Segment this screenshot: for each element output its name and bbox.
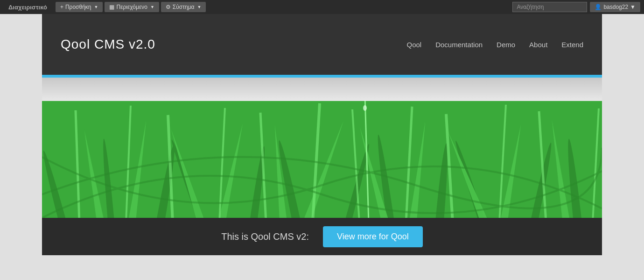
hero-svg — [42, 101, 602, 218]
site-header: Qool CMS v2.0 Qool Documentation Demo Ab… — [42, 14, 602, 75]
nav-documentation[interactable]: Documentation — [435, 38, 483, 51]
nav-qool[interactable]: Qool — [406, 38, 421, 51]
content-label: Περιεχόμενο — [116, 4, 147, 10]
user-button[interactable]: 👤 basdog22 ▼ — [590, 2, 640, 12]
content-wrapper: Qool CMS v2.0 Qool Documentation Demo Ab… — [42, 14, 602, 255]
site-logo: Qool CMS v2.0 — [61, 37, 155, 52]
cta-bar: This is Qool CMS v2: View more for Qool — [42, 218, 602, 255]
hero-image — [42, 101, 602, 218]
system-caret: ▼ — [197, 5, 202, 9]
content-icon: ▦ — [109, 4, 114, 10]
plus-icon: + — [60, 4, 63, 10]
system-label: Σύστημα — [173, 4, 195, 10]
admin-bar-right: 👤 basdog22 ▼ — [512, 2, 640, 12]
admin-brand: Διαχειριστικό — [4, 4, 52, 11]
search-input[interactable] — [512, 2, 587, 12]
admin-bar: Διαχειριστικό + Προσθήκη ▼ ▦ Περιεχόμενο… — [0, 0, 644, 14]
system-button[interactable]: ⚙ Σύστημα ▼ — [161, 2, 206, 12]
nav-extend[interactable]: Extend — [561, 38, 583, 51]
nav-demo[interactable]: Demo — [497, 38, 515, 51]
svg-point-37 — [363, 105, 367, 111]
content-caret: ▼ — [150, 5, 154, 9]
site-nav: Qool Documentation Demo About Extend — [406, 38, 583, 51]
user-icon: 👤 — [595, 4, 602, 10]
add-caret: ▼ — [94, 5, 98, 9]
cta-text: This is Qool CMS v2: — [221, 231, 309, 242]
page-wrapper: Διαχειριστικό + Προσθήκη ▼ ▦ Περιεχόμενο… — [0, 0, 644, 280]
add-button[interactable]: + Προσθήκη ▼ — [56, 2, 103, 12]
nav-about[interactable]: About — [529, 38, 547, 51]
cta-button[interactable]: View more for Qool — [323, 226, 423, 247]
add-label: Προσθήκη — [65, 4, 91, 10]
system-icon: ⚙ — [166, 4, 171, 10]
username-label: basdog22 — [603, 4, 628, 10]
user-caret: ▼ — [630, 4, 636, 10]
content-button[interactable]: ▦ Περιεχόμενο ▼ — [105, 2, 159, 12]
header-shadow — [42, 78, 602, 101]
